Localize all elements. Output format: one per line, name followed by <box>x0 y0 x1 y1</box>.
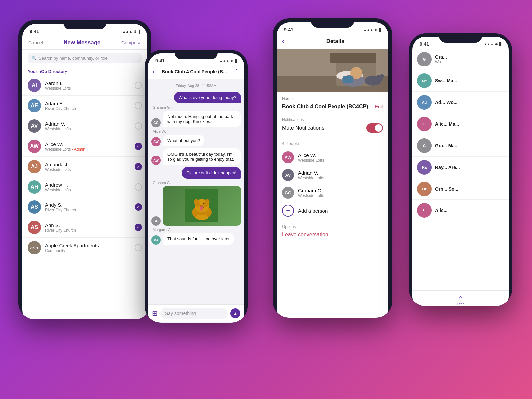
more-button[interactable]: ⋮ <box>234 68 240 75</box>
notification-section: Notifications Mute Notifications <box>277 113 388 137</box>
back-button[interactable]: ‹ <box>153 68 155 75</box>
messages-scroll: Friday, Aug 28 · 11:52AM What's everyone… <box>148 79 244 304</box>
checkbox[interactable] <box>135 122 142 130</box>
received-message: Graham G. GG Not much. Hanging out at th… <box>151 105 241 127</box>
contact-item[interactable]: AS Andy S. River City Church ✓ <box>22 197 147 217</box>
phone-details: 9:41 ▲▲▲ ⊛ █ ‹ Details <box>273 18 392 318</box>
leave-conversation-button[interactable]: Leave conversation <box>282 232 328 237</box>
contact-item[interactable]: AV Adrian V. Westside Lofts <box>22 116 147 136</box>
feed-nav-item[interactable]: ⌂ Feed <box>457 294 465 306</box>
checkbox-checked[interactable]: ✓ <box>135 163 142 170</box>
received-message: Alice W. AW What about you? <box>151 129 241 146</box>
back-button[interactable]: ‹ <box>282 37 284 46</box>
conversation-avatar: AL <box>417 117 432 131</box>
checkbox-checked[interactable]: ✓ <box>135 143 142 150</box>
conversation-item[interactable]: G Gra... Ma... <box>412 135 509 157</box>
checkbox-checked[interactable]: ✓ <box>135 224 142 231</box>
feed-label: Feed <box>457 302 465 306</box>
contact-name: Aaron I. <box>45 80 131 86</box>
conversation-info: Gra... Ma... <box>435 143 504 148</box>
search-bar[interactable]: 🔍 Search by name, community, or role <box>28 53 142 63</box>
signal-icon: ▲▲▲ <box>122 30 132 33</box>
conversation-item[interactable]: Or Orb... So... <box>412 178 509 200</box>
send-button[interactable]: ▲ <box>230 308 240 318</box>
avatar: AJ <box>28 160 41 173</box>
chat-input[interactable]: Say something <box>160 308 228 319</box>
options-section: Options Leave conversation <box>277 220 388 242</box>
status-icons-phone4: ▲▲▲ ⊛ █ <box>484 42 501 46</box>
contact-item[interactable]: ARPT Apple Creek Apartments Community <box>22 238 147 258</box>
battery-icon: ▐ <box>138 30 140 33</box>
contact-item[interactable]: AE Adam E. River City Church <box>22 96 147 116</box>
contact-item[interactable]: AI Aaron I. Westside Lofts <box>22 75 147 96</box>
wifi-icon: ⊛ <box>231 59 233 63</box>
group-name-row: Book Club 4 Cool People (BC4CP) Edit <box>277 102 388 113</box>
chat-body: Friday, Aug 28 · 11:52AM What's everyone… <box>148 79 244 322</box>
contact-info: Amanda J. Westside Lofts <box>45 162 131 172</box>
people-section: 4 People AW Alice W. Westside Lofts AV A… <box>277 137 388 201</box>
contact-sub: River City Church <box>45 106 131 111</box>
add-person-row[interactable]: + Add a person <box>277 201 388 220</box>
contact-info: Alice W. Westside Lofts · Admin <box>45 141 131 152</box>
battery-icon: █ <box>379 28 381 32</box>
person-sub: Westside Lofts <box>298 193 324 198</box>
checkbox[interactable] <box>135 183 142 191</box>
image-attach-icon[interactable]: ⊞ <box>152 309 158 317</box>
contact-item[interactable]: AW Alice W. Westside Lofts · Admin ✓ <box>22 136 147 157</box>
contact-item[interactable]: AH Andrew H. Westside Lofts <box>22 177 147 197</box>
contact-item[interactable]: AJ Amanda J. Westside Lofts ✓ <box>22 157 147 177</box>
phone-chat: 9:41 ▲▲▲ ⊛ █ ‹ Book Club 4 Cool People (… <box>145 50 248 323</box>
contact-info: Andrew H. Westside Lofts <box>45 182 131 192</box>
conversation-item[interactable]: AL Alic... Ma... <box>412 113 509 135</box>
contact-sub: Westside Lofts <box>45 127 131 131</box>
chat-title: Book Club 4 Cool People (B... <box>158 69 231 74</box>
checkbox[interactable] <box>135 102 142 109</box>
directory-title: Your hOp Directory <box>22 66 147 75</box>
phone-notch <box>175 50 218 59</box>
add-person-text: Add a person <box>298 208 328 214</box>
phone1-screen: 9:41 ▲▲▲ ⊛ ▐ Cancel New Message Compose … <box>22 24 147 319</box>
checkbox[interactable] <box>135 244 142 251</box>
wifi-icon: ⊛ <box>495 42 498 46</box>
conversation-name: Alic... Ma... <box>435 121 504 127</box>
compose-button[interactable]: Compose <box>121 40 141 45</box>
chat-header: ‹ Book Club 4 Cool People (B... ⋮ <box>148 65 244 79</box>
checkbox[interactable] <box>135 82 142 89</box>
svg-point-9 <box>200 206 203 211</box>
conversation-info: Ad... Wo... <box>435 100 504 105</box>
cancel-button[interactable]: Cancel <box>28 40 43 45</box>
contact-item[interactable]: AS Ann S. River City Church ✓ <box>22 217 147 238</box>
message-row: GG Not much. Hanging out at the park wit… <box>151 111 241 127</box>
contact-name: Ann S. <box>45 222 131 228</box>
phone-notch <box>439 33 482 43</box>
conversation-item[interactable]: SW Sw... Ma... <box>412 70 509 92</box>
sent-message: Picture or it didn't happen! <box>151 167 241 179</box>
conversation-list: G Gra... Wo... SW Sw... Ma... Ad Ad... W… <box>412 49 509 290</box>
avatar: AW <box>28 140 41 153</box>
edit-button[interactable]: Edit <box>375 104 383 109</box>
conversation-avatar: Ra <box>417 160 432 175</box>
person-item: AW Alice W. Westside Lofts <box>282 149 383 166</box>
conversation-item[interactable]: Ad Ad... Wo... <box>412 92 509 113</box>
conversation-item[interactable]: Ra Ray... Are... <box>412 157 509 178</box>
person-name: Graham G. <box>298 188 324 193</box>
person-name: Alice W. <box>298 152 324 158</box>
phone-new-message: 9:41 ▲▲▲ ⊛ ▐ Cancel New Message Compose … <box>18 20 151 319</box>
photo-scene <box>277 49 388 92</box>
dog-svg <box>185 189 218 222</box>
conversation-item[interactable]: G Gra... Wo... <box>412 49 509 70</box>
message-avatar: AW <box>151 156 161 165</box>
conversation-name: Ad... Wo... <box>435 100 504 105</box>
status-icons-phone1: ▲▲▲ ⊛ ▐ <box>122 30 140 33</box>
time-phone4: 9:41 <box>420 41 429 47</box>
avatar: ARPT <box>28 241 41 254</box>
conversation-name: Gra... <box>435 54 504 60</box>
person-info: Adrian V. Westside Lofts <box>298 170 324 180</box>
contact-name: Amanda J. <box>45 162 131 167</box>
admin-badge: · Admin <box>72 147 85 152</box>
person-avatar: AV <box>282 169 294 181</box>
checkbox-checked[interactable]: ✓ <box>135 203 142 211</box>
mute-toggle[interactable] <box>366 123 383 133</box>
received-message: Margaret A. MA That sounds fun! I'll be … <box>151 228 241 245</box>
conversation-item[interactable]: AL Alic... <box>412 200 509 221</box>
